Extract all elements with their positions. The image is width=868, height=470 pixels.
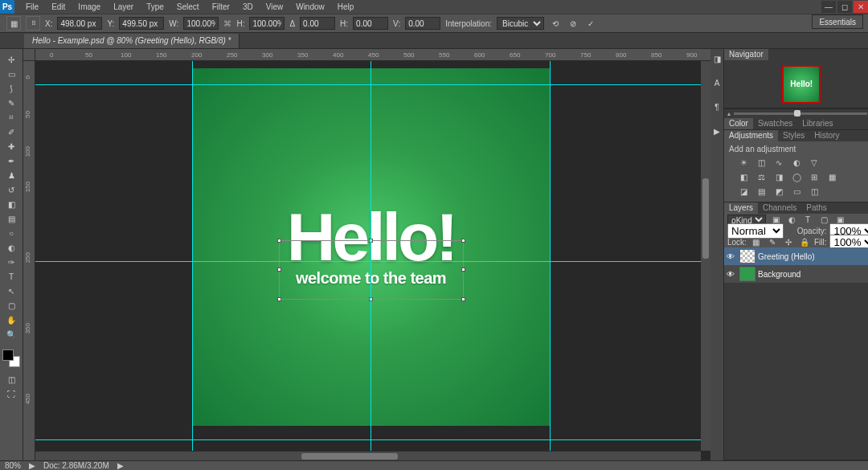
color-balance-icon[interactable]: ⚖ (755, 171, 768, 182)
hue-sat-icon[interactable]: ◧ (737, 171, 750, 182)
levels-icon[interactable]: ◫ (755, 157, 768, 168)
foreground-color[interactable] (2, 349, 14, 361)
chevron-right-icon[interactable]: ▶ (117, 461, 124, 470)
guide-horizontal[interactable] (35, 439, 710, 440)
layer-name[interactable]: Greeting (Hello) (758, 252, 868, 261)
posterize-icon[interactable]: ▤ (755, 186, 768, 197)
guide-horizontal[interactable] (35, 261, 710, 262)
menu-file[interactable]: File (19, 0, 45, 14)
menu-select[interactable]: Select (170, 0, 206, 14)
quickmask-icon[interactable]: ◫ (2, 372, 20, 386)
dodge-tool-icon[interactable]: ◐ (2, 240, 20, 255)
hand-tool-icon[interactable]: ✋ (2, 313, 20, 327)
rotate-field[interactable] (300, 17, 335, 30)
menu-edit[interactable]: Edit (45, 0, 72, 14)
visibility-toggle-icon[interactable]: 👁 (724, 270, 737, 279)
warp-icon[interactable]: ⟲ (549, 17, 562, 30)
lasso-tool-icon[interactable]: ⟆ (2, 81, 20, 96)
document-tab[interactable]: Hello - Example.psd @ 80% (Greeting (Hel… (24, 34, 240, 48)
filter-adjust-icon[interactable]: ◐ (785, 214, 798, 225)
vibrance-icon[interactable]: ▽ (808, 157, 821, 168)
brightness-icon[interactable]: ☀ (737, 157, 750, 168)
paragraph-icon[interactable]: ¶ (710, 100, 723, 113)
quick-select-tool-icon[interactable]: ✎ (2, 96, 20, 110)
ruler-origin[interactable] (23, 49, 35, 61)
cancel-transform-icon[interactable]: ⊘ (567, 17, 579, 30)
bw-icon[interactable]: ◨ (772, 171, 785, 182)
gradient-map-icon[interactable]: ▭ (790, 186, 803, 197)
layer-name[interactable]: Background (758, 270, 868, 279)
guide-horizontal[interactable] (35, 84, 710, 85)
threshold-icon[interactable]: ◩ (772, 186, 785, 197)
pen-tool-icon[interactable]: ✑ (2, 255, 20, 269)
lock-transparency-icon[interactable]: ▦ (750, 236, 763, 247)
tab-libraries[interactable]: Libraries (797, 118, 837, 129)
menu-view[interactable]: View (260, 0, 290, 14)
skewv-field[interactable] (405, 17, 440, 30)
marquee-tool-icon[interactable]: ▭ (2, 67, 20, 81)
healing-tool-icon[interactable]: ✚ (2, 139, 20, 153)
commit-transform-icon[interactable]: ✓ (584, 17, 597, 30)
tab-styles[interactable]: Styles (778, 130, 809, 141)
tab-adjustments[interactable]: Adjustments (724, 130, 778, 141)
menu-type[interactable]: Type (140, 0, 170, 14)
eyedropper-tool-icon[interactable]: ✐ (2, 125, 20, 139)
horizontal-scrollbar[interactable] (35, 451, 701, 460)
history-brush-tool-icon[interactable]: ↺ (2, 182, 20, 197)
color-lookup-icon[interactable]: ▦ (825, 171, 838, 182)
type-tool-icon[interactable]: T (2, 269, 20, 284)
workspace-switcher[interactable]: Essentials (812, 14, 863, 29)
curves-icon[interactable]: ∿ (772, 157, 785, 168)
character-icon[interactable]: A (710, 76, 723, 89)
layer-item[interactable]: 👁 Background (724, 265, 868, 283)
x-field[interactable] (57, 17, 102, 30)
visibility-toggle-icon[interactable]: 👁 (724, 252, 737, 261)
menu-filter[interactable]: Filter (206, 0, 236, 14)
lock-pixels-icon[interactable]: ✎ (766, 236, 779, 247)
menu-window[interactable]: Window (289, 0, 331, 14)
tab-swatches[interactable]: Swatches (753, 118, 797, 129)
window-maximize[interactable]: ◻ (837, 1, 852, 13)
lock-all-icon[interactable]: 🔒 (798, 236, 811, 247)
w-field[interactable] (183, 17, 219, 30)
blur-tool-icon[interactable]: ○ (2, 226, 20, 240)
lock-position-icon[interactable]: ✢ (782, 236, 795, 247)
path-select-tool-icon[interactable]: ↖ (2, 284, 20, 298)
layer-item[interactable]: 👁 Greeting (Hello) fx (724, 247, 868, 265)
stamp-tool-icon[interactable]: ♟ (2, 168, 20, 182)
screenmode-icon[interactable]: ⛶ (2, 386, 20, 401)
zoom-readout[interactable]: 80% (5, 461, 21, 470)
tab-color[interactable]: Color (724, 118, 753, 129)
navigator-zoom-slider[interactable] (724, 108, 868, 118)
brush-tool-icon[interactable]: ✒ (2, 153, 20, 168)
filter-shape-icon[interactable]: ▢ (817, 214, 830, 225)
navigator-thumbnail[interactable]: Hello! (782, 65, 821, 104)
crop-tool-icon[interactable]: ⌗ (2, 110, 20, 125)
vertical-scrollbar[interactable] (701, 61, 710, 451)
photo-filter-icon[interactable]: ◯ (790, 171, 803, 182)
foreground-background-swatch[interactable] (2, 349, 20, 367)
window-close[interactable]: ✕ (854, 1, 868, 13)
actions-icon[interactable]: ▶ (710, 125, 723, 137)
channel-mixer-icon[interactable]: ⊞ (808, 171, 821, 182)
menu-help[interactable]: Help (331, 0, 361, 14)
transform-anchor-icon[interactable]: ⠿ (26, 16, 40, 31)
interp-select[interactable]: Bicubic (497, 17, 544, 30)
layer-thumbnail[interactable] (739, 267, 755, 281)
canvas-area[interactable]: 0501001502002503003504004505005506006507… (23, 49, 710, 460)
shape-tool-icon[interactable]: ▢ (2, 298, 20, 313)
menu-3d[interactable]: 3D (236, 0, 260, 14)
tab-layers[interactable]: Layers (724, 202, 758, 214)
link-icon[interactable]: ⌘ (223, 18, 231, 29)
doc-size-readout[interactable]: Doc: 2.86M/3.20M (43, 461, 109, 470)
gradient-tool-icon[interactable]: ▤ (2, 211, 20, 226)
tab-paths[interactable]: Paths (801, 202, 832, 214)
window-minimize[interactable]: — (821, 1, 836, 13)
tab-history[interactable]: History (809, 130, 844, 141)
chevron-right-icon[interactable]: ▶ (29, 461, 35, 470)
invert-icon[interactable]: ◪ (737, 186, 750, 197)
ruler-vertical[interactable]: 050100150250350450 (23, 61, 35, 460)
menu-layer[interactable]: Layer (107, 0, 140, 14)
zoom-tool-icon[interactable]: 🔍 (2, 327, 20, 341)
exposure-icon[interactable]: ◐ (790, 157, 803, 168)
